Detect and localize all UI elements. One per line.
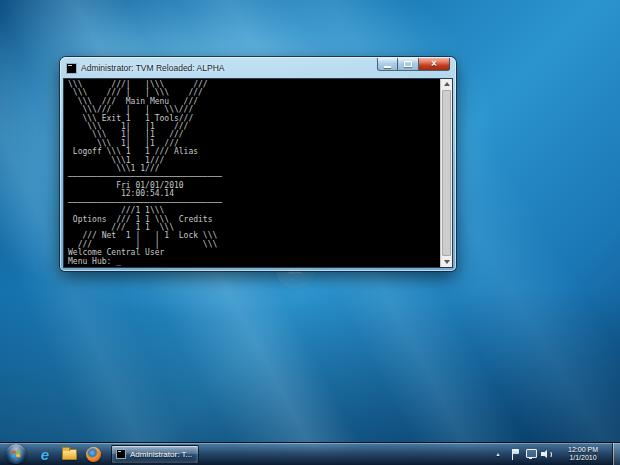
console-prompt-line[interactable]: Menu Hub: _ bbox=[64, 258, 440, 266]
minimize-button[interactable] bbox=[377, 58, 398, 71]
internet-explorer-icon: e bbox=[41, 447, 49, 462]
flag-icon bbox=[511, 449, 520, 460]
folder-icon bbox=[62, 449, 77, 460]
console-scrollbar[interactable] bbox=[440, 79, 452, 267]
close-button[interactable]: × bbox=[419, 58, 450, 71]
chevron-up-icon: ▲ bbox=[496, 451, 501, 457]
taskbar: e Administrator: T... ▲ 1 bbox=[0, 442, 620, 465]
desktop[interactable]: Administrator: TVM Reloaded: ALPHA × \\\… bbox=[0, 0, 620, 465]
start-button[interactable] bbox=[6, 444, 26, 464]
volume-button[interactable] bbox=[540, 446, 554, 462]
minimize-icon bbox=[384, 66, 391, 68]
volume-wave-icon bbox=[546, 451, 552, 458]
taskbar-item-firefox[interactable] bbox=[81, 444, 105, 465]
taskbar-clock[interactable]: 12:00 PM 1/1/2010 bbox=[559, 446, 607, 463]
show-hidden-icons-button[interactable]: ▲ bbox=[492, 447, 504, 461]
volume-icon bbox=[541, 449, 553, 459]
maximize-button[interactable] bbox=[398, 58, 419, 71]
taskbar-button-console[interactable]: Administrator: T... bbox=[111, 445, 199, 464]
maximize-icon bbox=[404, 61, 412, 67]
network-button[interactable] bbox=[524, 446, 538, 462]
close-icon: × bbox=[431, 59, 437, 69]
scrollbar-thumb[interactable] bbox=[442, 90, 451, 256]
scroll-up-arrow[interactable] bbox=[441, 79, 452, 89]
cmd-icon-small bbox=[116, 449, 126, 459]
console-screen[interactable]: \\\ ///| |\\\ /// \\\ /// | | \\\ /// \\… bbox=[64, 79, 440, 267]
window-titlebar[interactable]: Administrator: TVM Reloaded: ALPHA × bbox=[60, 57, 456, 77]
console-window: Administrator: TVM Reloaded: ALPHA × \\\… bbox=[60, 57, 456, 271]
window-title: Administrator: TVM Reloaded: ALPHA bbox=[81, 63, 224, 73]
scroll-down-arrow[interactable] bbox=[441, 257, 452, 267]
console-output: \\\ ///| |\\\ /// \\\ /// | | \\\ /// \\… bbox=[64, 79, 440, 258]
console-area: \\\ ///| |\\\ /// \\\ /// | | \\\ /// \\… bbox=[64, 79, 452, 267]
windows-flag-icon bbox=[10, 448, 22, 460]
clock-time: 12:00 PM bbox=[559, 446, 607, 455]
network-icon bbox=[526, 449, 537, 459]
console-prompt: Menu Hub: bbox=[68, 257, 116, 266]
system-tray: ▲ 12:00 PM 1/1/2010 bbox=[492, 443, 620, 465]
clock-date: 1/1/2010 bbox=[559, 454, 607, 463]
taskbar-item-windows-explorer[interactable] bbox=[57, 444, 81, 465]
caption-buttons: × bbox=[377, 58, 450, 71]
cmd-icon bbox=[66, 63, 77, 74]
taskbar-item-internet-explorer[interactable]: e bbox=[33, 444, 57, 465]
action-center-button[interactable] bbox=[508, 446, 522, 462]
console-cursor: _ bbox=[116, 257, 121, 266]
task-button-label: Administrator: T... bbox=[130, 450, 192, 459]
firefox-icon bbox=[86, 447, 101, 462]
show-desktop-button[interactable] bbox=[612, 443, 620, 465]
